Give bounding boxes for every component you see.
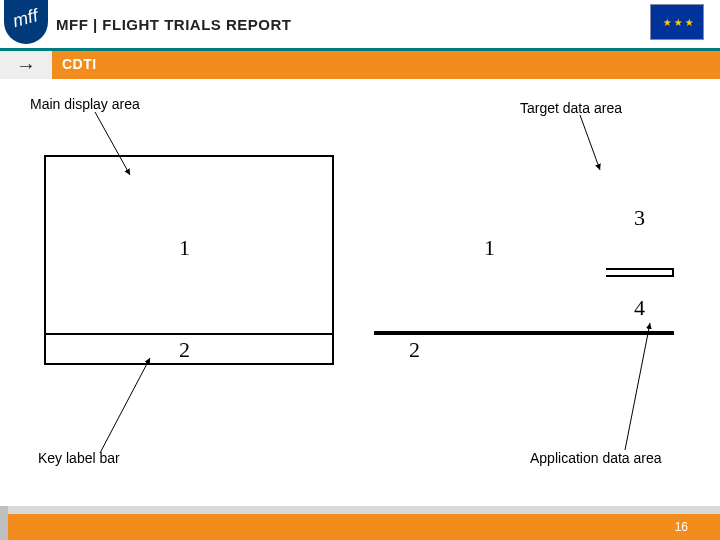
cdti-diagram: 1 2 1 2 3 4 <box>44 155 684 425</box>
label-target-data: Target data area <box>520 100 622 116</box>
section-title: CDTI <box>62 56 97 72</box>
num-right-3: 3 <box>634 205 645 231</box>
num-left-2: 2 <box>179 337 190 363</box>
eu-flag-icon: ⋆⋆⋆ <box>650 4 704 40</box>
page-number: 16 <box>675 520 688 534</box>
num-left-1: 1 <box>179 235 190 261</box>
label-key-label-bar: Key label bar <box>38 450 120 466</box>
eu-stars-icon: ⋆⋆⋆ <box>661 10 694 34</box>
section-band <box>0 51 720 79</box>
num-right-2: 2 <box>409 337 420 363</box>
label-application-data: Application data area <box>530 450 662 466</box>
footer-bar <box>0 512 720 540</box>
report-title: MFF | FLIGHT TRIALS REPORT <box>56 16 292 33</box>
num-right-4: 4 <box>634 295 645 321</box>
slide: mff MFF | FLIGHT TRIALS REPORT ⋆⋆⋆ → CDT… <box>0 0 720 540</box>
label-main-display: Main display area <box>30 96 140 112</box>
mff-badge-text: mff <box>10 5 40 32</box>
section-arrow-icon: → <box>0 51 52 79</box>
footer-grey-tab <box>0 506 8 540</box>
num-right-1: 1 <box>484 235 495 261</box>
mff-badge: mff <box>4 0 48 44</box>
